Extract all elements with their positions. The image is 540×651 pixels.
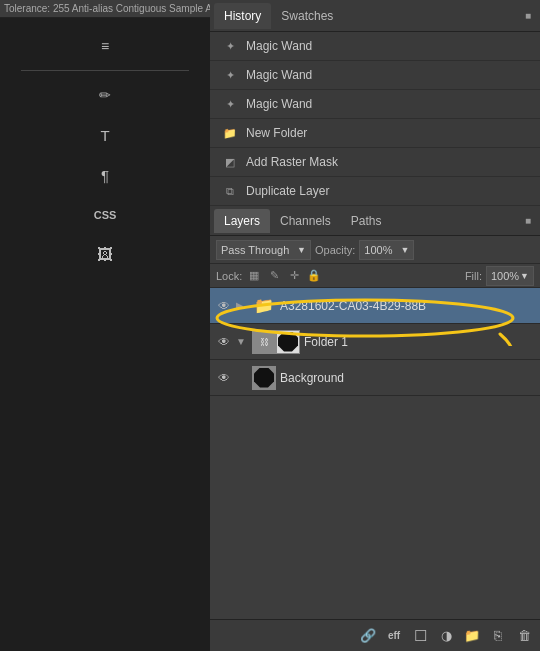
toolbar-separator-1 — [21, 70, 189, 71]
history-list: ✦ Magic Wand ✦ Magic Wand ✦ Magic Wand 📁… — [210, 32, 540, 206]
history-item-label-3: Magic Wand — [246, 97, 312, 111]
chain-icon-folder1: ⛓ — [260, 337, 269, 347]
opacity-input[interactable]: 100% ▼ — [359, 240, 414, 260]
fill-input[interactable]: 100% ▼ — [486, 266, 534, 286]
blend-mode-select[interactable]: Pass Through ▼ — [216, 240, 311, 260]
lock-label: Lock: — [216, 270, 242, 282]
raster-mask-icon: ◩ — [222, 154, 238, 170]
tab-history[interactable]: History — [214, 3, 271, 29]
delete-layer-btn[interactable]: 🗑 — [514, 626, 534, 646]
layer-name-background: Background — [280, 371, 534, 385]
layer-thumb-background — [252, 366, 276, 390]
layers-tabs-row: Layers Channels Paths ■ — [210, 206, 540, 236]
layer-eye-background[interactable]: 👁 — [216, 370, 232, 386]
lock-image-icon[interactable]: ✎ — [266, 268, 282, 284]
fill-label: Fill: — [465, 270, 482, 282]
brush-icon[interactable]: ✏ — [85, 77, 125, 113]
lock-all-icon[interactable]: 🔒 — [306, 268, 322, 284]
paragraph-icon[interactable]: ¶ — [85, 157, 125, 193]
history-item-add-raster-mask[interactable]: ◩ Add Raster Mask — [210, 148, 540, 177]
history-item-label-2: Magic Wand — [246, 68, 312, 82]
add-mask-btn[interactable]: ☐ — [410, 626, 430, 646]
blend-mode-chevron: ▼ — [297, 245, 306, 255]
history-item-duplicate-layer[interactable]: ⧉ Duplicate Layer — [210, 177, 540, 206]
css-icon[interactable]: CSS — [85, 197, 125, 233]
lock-transparent-icon[interactable]: ▦ — [246, 268, 262, 284]
opacity-label: Opacity: — [315, 244, 355, 256]
history-item-label-1: Magic Wand — [246, 39, 312, 53]
history-item-magic-wand-2[interactable]: ✦ Magic Wand — [210, 61, 540, 90]
opacity-chevron: ▼ — [400, 245, 409, 255]
image-icon[interactable]: 🖼 — [85, 237, 125, 273]
layer-name-a3281602: A3281602-CA03-4B29-88B — [280, 299, 534, 313]
layer-folder-thumb-a3281602: 📁 — [252, 294, 276, 318]
history-item-label-4: New Folder — [246, 126, 307, 140]
magic-wand-icon-2: ✦ — [222, 67, 238, 83]
layer-row-a3281602[interactable]: 👁 ▶ 📁 A3281602-CA03-4B29-88B — [210, 288, 540, 324]
magic-wand-icon-3: ✦ — [222, 96, 238, 112]
history-tabs-row: History Swatches ■ — [210, 0, 540, 32]
fill-value: 100% — [491, 270, 519, 282]
mask-shape-background — [254, 368, 274, 388]
left-toolbar: ≡ ✏ T ¶ CSS 🖼 — [0, 18, 210, 275]
layer-expand-arrow-a3281602[interactable]: ▶ — [236, 300, 248, 311]
new-folder-icon: 📁 — [222, 125, 238, 141]
history-item-magic-wand-1[interactable]: ✦ Magic Wand — [210, 32, 540, 61]
history-item-magic-wand-3[interactable]: ✦ Magic Wand — [210, 90, 540, 119]
new-group-btn[interactable]: 📁 — [462, 626, 482, 646]
history-icon[interactable]: ≡ — [85, 28, 125, 64]
blend-mode-value: Pass Through — [221, 244, 289, 256]
layer-expand-arrow-folder1[interactable]: ▼ — [236, 336, 248, 347]
layer-eye-folder1[interactable]: 👁 — [216, 334, 232, 350]
bottom-bar: 🔗 eff ☐ ◑ 📁 ⎘ 🗑 — [210, 619, 540, 651]
main-panel: History Swatches ■ ✦ Magic Wand ✦ Magic … — [210, 0, 540, 651]
text-icon[interactable]: T — [85, 117, 125, 153]
layer-eye-a3281602[interactable]: 👁 — [216, 298, 232, 314]
lock-position-icon[interactable]: ✛ — [286, 268, 302, 284]
tab-layers[interactable]: Layers — [214, 209, 270, 233]
tab-paths[interactable]: Paths — [341, 209, 392, 233]
magic-wand-icon-1: ✦ — [222, 38, 238, 54]
layers-empty-space — [210, 396, 540, 651]
opacity-value: 100% — [364, 244, 392, 256]
layer-chain-thumb-folder1: ⛓ — [252, 330, 276, 354]
link-layers-btn[interactable]: 🔗 — [358, 626, 378, 646]
layer-row-folder1[interactable]: 👁 ▼ ⛓ Folder 1 — [210, 324, 540, 360]
mask-shape-folder1 — [278, 332, 298, 352]
folder-icon-a3281602: 📁 — [254, 296, 274, 315]
duplicate-layer-icon: ⧉ — [222, 183, 238, 199]
history-panel-menu-btn[interactable]: ■ — [520, 8, 536, 24]
blend-opacity-row: Pass Through ▼ Opacity: 100% ▼ — [210, 236, 540, 264]
layer-mask-thumb-folder1 — [276, 330, 300, 354]
history-item-new-folder[interactable]: 📁 New Folder — [210, 119, 540, 148]
layer-name-folder1: Folder 1 — [304, 335, 534, 349]
tab-swatches[interactable]: Swatches — [271, 3, 343, 29]
lock-row: Lock: ▦ ✎ ✛ 🔒 Fill: 100% ▼ — [210, 264, 540, 288]
new-layer-btn[interactable]: ⎘ — [488, 626, 508, 646]
layer-row-background[interactable]: 👁 Background — [210, 360, 540, 396]
tab-channels[interactable]: Channels — [270, 209, 341, 233]
adjustment-layer-btn[interactable]: ◑ — [436, 626, 456, 646]
fill-chevron: ▼ — [520, 271, 529, 281]
layers-panel-menu-btn[interactable]: ■ — [520, 213, 536, 229]
effects-btn[interactable]: eff — [384, 626, 404, 646]
history-item-label-5: Add Raster Mask — [246, 155, 338, 169]
history-item-label-6: Duplicate Layer — [246, 184, 329, 198]
